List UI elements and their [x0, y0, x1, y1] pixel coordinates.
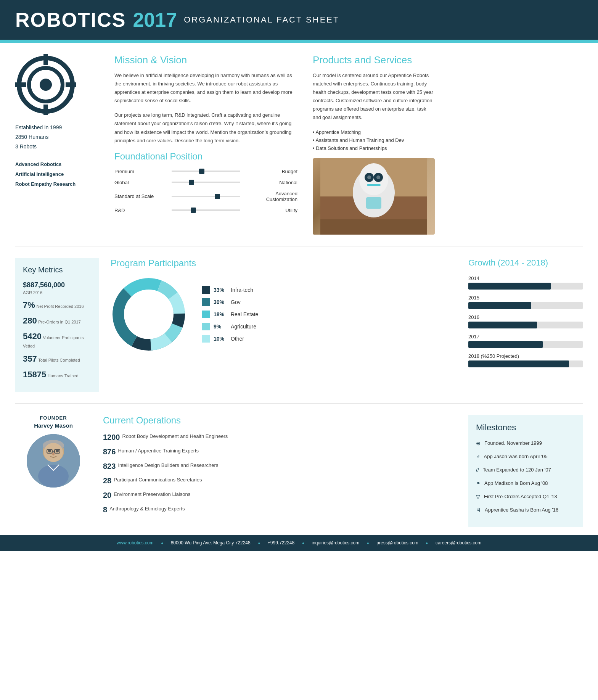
op-item-5: 8 Anthropology & Etimology Experts — [103, 505, 457, 514]
mission-column: Mission & Vision We believe in artificia… — [114, 54, 297, 235]
section-top: Established in 1999 2850 Humans 3 Robots… — [15, 43, 583, 242]
legend-pct-1: 30% — [214, 299, 227, 305]
metric-value-4: 357 — [23, 354, 37, 364]
svg-rect-15 — [367, 184, 381, 186]
metric-1: 7% Net Profit Recorded 2016 — [23, 299, 92, 311]
metric-label-1: Net Profit Recorded 2016 — [36, 304, 84, 309]
growth-year-3: 2017 — [468, 334, 583, 340]
growth-panel: Growth (2014 - 2018) 2014 2015 2016 — [468, 258, 583, 373]
milestone-text-4: First Pre-Orders Accepted Q1 '13 — [484, 493, 557, 500]
slider-right-2: Advanced Customization — [244, 191, 297, 202]
growth-bar-fill-4 — [468, 360, 569, 367]
svg-point-28 — [48, 449, 51, 452]
legend-pct-3: 9% — [214, 323, 227, 330]
op-desc-3: Participant Communications Secretaries — [114, 476, 202, 484]
robot-image — [313, 158, 435, 235]
op-num-1: 876 — [103, 447, 116, 456]
divider-1 — [15, 246, 583, 246]
legend-item-2: 18% Real Estate — [202, 311, 258, 318]
legend-label-2: Real Estate — [231, 311, 258, 317]
mission-para1: We believe in artificial intelligence de… — [114, 71, 297, 105]
growth-row-0: 2014 — [468, 275, 583, 290]
divider-2 — [15, 403, 583, 404]
slider-thumb-3 — [191, 208, 196, 213]
growth-row-1: 2015 — [468, 295, 583, 309]
svg-point-14 — [376, 175, 380, 179]
milestone-text-5: Apprentice Sasha is Born Aug '16 — [485, 506, 558, 514]
established: Established in 1999 — [15, 123, 99, 132]
milestones-panel: Milestones ⊕ Founded. November 1999 ♂ Ap… — [468, 415, 583, 527]
milestone-icon-5: ♃ — [476, 506, 481, 514]
svg-rect-5 — [43, 54, 48, 65]
milestone-1: ♂ App Jason was born April '05 — [476, 453, 575, 461]
chart-legend: 33% Infra-tech 30% Gov 18% Real Estate — [202, 286, 258, 343]
growth-bar-bg-2 — [468, 322, 583, 328]
milestone-2: // Team Expanded to 120 Jan '07 — [476, 466, 575, 474]
milestone-4: ▽ First Pre-Orders Accepted Q1 '13 — [476, 493, 575, 501]
svg-point-29 — [56, 449, 59, 452]
legend-pct-0: 33% — [214, 287, 227, 293]
milestone-icon-3: ⚭ — [476, 480, 481, 488]
metric-label-0: AGR 2016 — [23, 290, 92, 296]
op-desc-0: Robot Body Development and Health Engine… — [122, 433, 228, 440]
svg-point-2 — [40, 79, 52, 91]
slider-row-2: Standard at Scale Advanced Customization — [114, 191, 297, 202]
svg-rect-3 — [15, 82, 26, 87]
robots-count: 3 Robots — [15, 142, 99, 151]
metric-value-3: 5420 — [23, 331, 42, 341]
svg-rect-4 — [66, 82, 76, 87]
robot-logo — [15, 54, 76, 115]
footer-email3: careers@robotics.com — [436, 540, 481, 546]
slider-right-1: National — [244, 180, 297, 185]
milestone-icon-1: ♂ — [476, 453, 480, 461]
op-item-3: 28 Participant Communications Secretarie… — [103, 476, 457, 485]
footer-dot-4: ♦ — [426, 541, 428, 545]
founder-name: Harvey Mason — [15, 422, 92, 429]
growth-bar-bg-0 — [468, 283, 583, 290]
founder-panel: FOUNDER Harvey Mason — [15, 415, 92, 488]
legend-item-1: 30% Gov — [202, 298, 258, 306]
product-item-0: Apprentice Matching — [313, 128, 435, 136]
op-item-4: 20 Environment Preservation Liaisons — [103, 491, 457, 500]
slider-row-3: R&D Utility — [114, 208, 297, 213]
metric-label-2: Pre-Orders in Q1 2017 — [38, 320, 80, 324]
growth-year-4: 2018 (%250 Projected) — [468, 353, 583, 359]
legend-color-3 — [202, 323, 210, 330]
milestone-icon-2: // — [476, 466, 479, 474]
growth-bar-bg-1 — [468, 302, 583, 309]
op-num-2: 823 — [103, 462, 116, 471]
slider-right-3: Utility — [244, 208, 297, 213]
growth-bar-bg-3 — [468, 341, 583, 348]
footer-website[interactable]: www.robotics.com — [117, 540, 154, 546]
slider-track-2 — [172, 196, 240, 197]
legend-color-1 — [202, 298, 210, 306]
header-subtitle: ORGANIZATIONAL FACT SHEET — [184, 15, 339, 25]
mission-title: Mission & Vision — [114, 54, 297, 66]
slider-track-3 — [172, 209, 240, 211]
milestone-0: ⊕ Founded. November 1999 — [476, 439, 575, 447]
org-tags: Advanced Robotics Artificial Intelligenc… — [15, 159, 99, 189]
svg-point-34 — [38, 465, 69, 488]
footer-dot-3: ♦ — [367, 541, 369, 545]
growth-row-3: 2017 — [468, 334, 583, 348]
metric-5: 15875 Humans Trained — [23, 369, 92, 381]
footer-email2: press@robotics.com — [376, 540, 418, 546]
op-num-0: 1200 — [103, 433, 120, 442]
legend-color-2 — [202, 311, 210, 318]
brand-name: ROBOTICS — [15, 8, 126, 31]
founder-avatar — [27, 434, 80, 488]
metric-2: 280 Pre-Orders in Q1 2017 — [23, 315, 92, 327]
tag-ai: Artificial Intelligence — [15, 169, 99, 179]
slider-right-0: Budget — [244, 169, 297, 174]
op-desc-5: Anthropology & Etimology Experts — [109, 505, 185, 513]
growth-bar-fill-1 — [468, 302, 531, 309]
op-desc-1: Human / Apprentice Training Experts — [118, 447, 199, 455]
legend-label-4: Other — [231, 336, 244, 342]
legend-color-0 — [202, 286, 210, 294]
slider-left-1: Global — [114, 180, 168, 185]
growth-bar-bg-4 — [468, 360, 583, 367]
program-participants-panel: Program Participants — [111, 258, 457, 352]
key-metrics-title: Key Metrics — [23, 266, 92, 274]
tag-empathy: Robot Empathy Research — [15, 179, 99, 189]
foundational-title: Foundational Position — [114, 151, 297, 162]
